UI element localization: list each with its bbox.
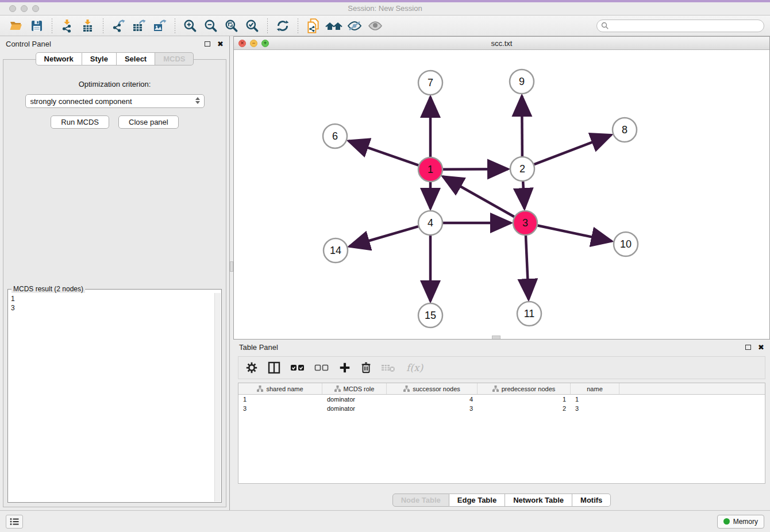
tab-style[interactable]: Style bbox=[82, 52, 117, 65]
graph-node-6[interactable]: 6 bbox=[323, 124, 347, 148]
graph-node-7[interactable]: 7 bbox=[418, 71, 442, 95]
table-cell[interactable]: 4 bbox=[387, 395, 478, 404]
float-panel-icon[interactable] bbox=[205, 41, 210, 47]
table-cell[interactable]: 3 bbox=[387, 404, 478, 413]
zoom-selected-button[interactable] bbox=[242, 17, 263, 34]
network-graph[interactable]: 7968124314101511 bbox=[234, 50, 769, 339]
export-image-button[interactable] bbox=[149, 17, 170, 34]
export-table-button[interactable] bbox=[129, 17, 149, 34]
svg-text:2: 2 bbox=[519, 163, 525, 175]
delete-table-icon[interactable] bbox=[381, 363, 396, 373]
zoom-in-button[interactable] bbox=[180, 17, 201, 34]
flow-icon bbox=[334, 385, 341, 392]
import-table-button[interactable] bbox=[78, 17, 98, 34]
column-header-shared-name[interactable]: shared name bbox=[238, 383, 322, 394]
clone-network-button[interactable] bbox=[303, 17, 324, 34]
svg-text:1: 1 bbox=[428, 164, 433, 175]
table-cell[interactable]: dominator bbox=[322, 395, 387, 404]
close-panel-button[interactable]: Close panel bbox=[118, 115, 179, 129]
tab-mcds[interactable]: MCDS bbox=[155, 52, 194, 65]
export-network-button[interactable] bbox=[108, 17, 129, 34]
float-table-panel-icon[interactable] bbox=[745, 345, 751, 350]
table-cell[interactable]: dominator bbox=[322, 404, 387, 413]
add-column-icon[interactable] bbox=[338, 361, 351, 374]
control-panel-tabs: NetworkStyleSelectMCDS bbox=[0, 52, 229, 65]
table-cell[interactable]: 3 bbox=[571, 404, 619, 413]
mcds-result-scrollbar[interactable] bbox=[214, 293, 221, 502]
tab-network[interactable]: Network bbox=[36, 52, 82, 65]
edge-2-8[interactable] bbox=[534, 135, 611, 164]
save-session-button[interactable] bbox=[26, 17, 47, 34]
table-cell[interactable]: 1 bbox=[478, 395, 571, 404]
table-tab-motifs[interactable]: Motifs bbox=[572, 494, 611, 507]
graph-node-11[interactable]: 11 bbox=[517, 302, 541, 326]
graph-node-8[interactable]: 8 bbox=[613, 118, 637, 142]
import-network-button[interactable] bbox=[57, 17, 78, 34]
column-header-MCDS-role[interactable]: MCDS role bbox=[322, 383, 387, 394]
zoom-fit-button[interactable] bbox=[221, 17, 242, 34]
home-views-button[interactable] bbox=[324, 17, 344, 34]
edge-3-11[interactable] bbox=[526, 236, 529, 299]
delete-column-icon[interactable] bbox=[360, 361, 372, 374]
search-input[interactable] bbox=[596, 20, 764, 32]
table-row[interactable]: 3dominator323 bbox=[238, 404, 765, 413]
open-session-button[interactable] bbox=[6, 17, 26, 34]
splitter-grip[interactable] bbox=[230, 261, 233, 272]
apply-function-icon[interactable]: f(x) bbox=[405, 361, 426, 375]
graph-node-10[interactable]: 10 bbox=[614, 232, 638, 256]
canvas-resize-grip[interactable] bbox=[492, 336, 500, 339]
edge-4-14[interactable] bbox=[349, 226, 418, 246]
refresh-button[interactable] bbox=[272, 17, 293, 34]
search-icon bbox=[601, 22, 609, 30]
column-header-predecessor-nodes[interactable]: predecessor nodes bbox=[478, 383, 571, 394]
criterion-dropdown[interactable]: strongly connected component bbox=[25, 94, 205, 108]
network-canvas[interactable]: 7968124314101511 bbox=[234, 50, 769, 339]
mcds-result-item[interactable]: 3 bbox=[11, 303, 218, 313]
zoom-out-icon bbox=[203, 18, 218, 33]
table-cell[interactable]: 1 bbox=[238, 395, 322, 404]
close-panel-icon[interactable]: ✖ bbox=[217, 40, 224, 48]
edge-3-1[interactable] bbox=[443, 176, 514, 217]
criterion-dropdown-value: strongly connected component bbox=[30, 97, 132, 106]
graph-node-2[interactable]: 2 bbox=[510, 157, 534, 181]
svg-text:4: 4 bbox=[428, 217, 433, 229]
command-list-button[interactable] bbox=[6, 515, 23, 529]
column-header-name[interactable]: name bbox=[571, 383, 619, 394]
mcds-result-item[interactable]: 1 bbox=[11, 294, 218, 303]
tab-select[interactable]: Select bbox=[117, 52, 155, 65]
node-table[interactable]: shared nameMCDS rolesuccessor nodesprede… bbox=[238, 383, 765, 484]
split-columns-icon[interactable] bbox=[267, 361, 281, 375]
memory-button[interactable]: Memory bbox=[717, 515, 764, 529]
graph-node-1[interactable]: 1 bbox=[418, 157, 442, 182]
edge-1-2[interactable] bbox=[443, 169, 508, 169]
table-cell[interactable]: 3 bbox=[238, 404, 322, 413]
settings-gear-icon[interactable] bbox=[245, 361, 258, 374]
edge-1-6[interactable] bbox=[349, 141, 419, 165]
hide-show-button[interactable] bbox=[344, 17, 365, 34]
edge-3-10[interactable] bbox=[538, 226, 612, 241]
table-cell[interactable]: 2 bbox=[478, 404, 571, 413]
edge-2-9[interactable] bbox=[522, 96, 522, 156]
visibility-button[interactable] bbox=[365, 17, 386, 34]
graph-node-14[interactable]: 14 bbox=[324, 238, 348, 263]
mcds-result-title: MCDS result (2 nodes) bbox=[11, 285, 85, 293]
select-all-checks-icon[interactable] bbox=[290, 363, 305, 373]
table-row[interactable]: 1dominator411 bbox=[238, 395, 765, 404]
graph-node-9[interactable]: 9 bbox=[510, 70, 534, 94]
column-header-successor-nodes[interactable]: successor nodes bbox=[387, 383, 478, 394]
table-cell[interactable]: 1 bbox=[571, 395, 619, 404]
deselect-checks-icon[interactable] bbox=[314, 363, 329, 373]
graph-node-15[interactable]: 15 bbox=[418, 303, 442, 327]
graph-node-3[interactable]: 3 bbox=[513, 211, 537, 235]
zoom-out-button[interactable] bbox=[201, 17, 221, 34]
edge-2-3[interactable] bbox=[523, 182, 525, 209]
status-bar: Memory bbox=[0, 510, 770, 532]
optimization-criterion-label: Optimization criterion: bbox=[3, 80, 226, 88]
mcds-result-list[interactable]: 1 3 bbox=[9, 293, 221, 502]
table-tab-network-table[interactable]: Network Table bbox=[505, 494, 572, 507]
table-tab-edge-table[interactable]: Edge Table bbox=[449, 494, 505, 507]
table-tab-node-table[interactable]: Node Table bbox=[392, 494, 449, 507]
graph-node-4[interactable]: 4 bbox=[418, 211, 442, 235]
run-mcds-button[interactable]: Run MCDS bbox=[51, 115, 109, 129]
close-table-panel-icon[interactable]: ✖ bbox=[758, 344, 764, 351]
